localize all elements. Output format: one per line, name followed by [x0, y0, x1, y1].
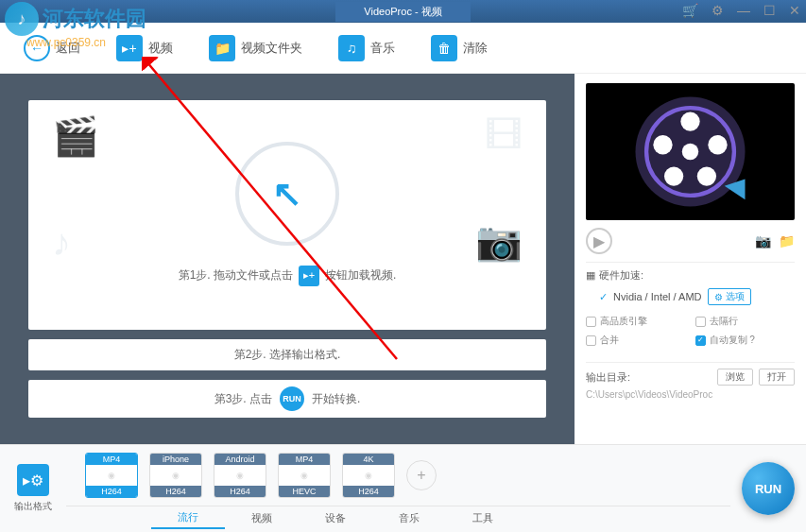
option-checks: 高品质引擎 去隔行 合并 自动复制 ? — [586, 315, 795, 347]
browse-folder-icon[interactable]: 📁 — [779, 233, 795, 249]
bg-clap-icon: 🎞 — [485, 114, 523, 157]
format-card-4k[interactable]: 4K◉H264 — [342, 453, 395, 498]
upload-arrow-icon: ↖ — [272, 173, 302, 215]
add-format-button[interactable]: + — [406, 460, 437, 490]
svg-point-3 — [708, 135, 727, 154]
svg-point-4 — [697, 166, 716, 185]
preview-controls: ▶ 📷 📁 — [586, 228, 795, 254]
tab-music[interactable]: 音乐 — [372, 506, 446, 529]
run-button-container: RUN — [730, 445, 806, 532]
output-format-button[interactable]: ▸⚙ 输出格式 — [0, 445, 66, 532]
gear-icon: ⚙ — [714, 292, 723, 302]
maximize-button[interactable]: ☐ — [763, 3, 776, 18]
site-logo-icon: ♪ — [5, 2, 39, 36]
step2-box: 第2步. 选择输出格式. — [28, 339, 546, 370]
format-list: MP4◉H264 iPhone◉H264 Android◉H264 MP4◉HE… — [66, 445, 730, 532]
output-path: C:\Users\pc\Videos\VideoProc — [586, 389, 795, 400]
window-title: VideoProc - 视频 — [335, 2, 470, 22]
output-section: 输出目录: 浏览 打开 C:\Users\pc\Videos\VideoProc — [586, 362, 795, 400]
trash-icon: 🗑 — [431, 35, 457, 61]
settings-icon[interactable]: ⚙ — [712, 3, 724, 18]
add-video-button[interactable]: ▸+ 视频 — [116, 35, 173, 61]
bg-note-icon: ♪ — [52, 221, 71, 264]
bottom-bar: ▸⚙ 输出格式 MP4◉H264 iPhone◉H264 Android◉H26… — [0, 444, 806, 532]
drop-circle: ↖ — [235, 142, 339, 246]
svg-point-2 — [680, 112, 699, 130]
site-url: www.pc0359.cn — [26, 36, 106, 49]
music-plus-icon: ♫ — [338, 35, 365, 61]
bg-cam-icon: 📷 — [475, 219, 523, 264]
format-card-mp4-hevc[interactable]: MP4◉HEVC — [278, 453, 331, 498]
drop-zone[interactable]: 🎬 🎞 ♪ 📷 ↖ 第1步. 拖动文件或点击 ▸+ 按钮加载视频. — [28, 100, 546, 330]
side-panel: ▶ 📷 📁 ▦ 硬件加速: ✓ Nvidia / Intel / AMD ⚙ 选… — [574, 74, 806, 444]
hw-option-button[interactable]: ⚙ 选项 — [708, 288, 751, 305]
preview-window — [586, 83, 795, 220]
format-gear-icon: ▸⚙ — [17, 464, 49, 496]
format-tabs: 流行 视频 设备 音乐 工具 — [66, 506, 730, 529]
add-music-button[interactable]: ♫ 音乐 — [338, 35, 395, 61]
film-reel-icon — [586, 83, 795, 220]
hw-label: Nvidia / Intel / AMD — [613, 291, 702, 302]
hw-check-icon[interactable]: ✓ — [599, 291, 608, 303]
tab-video[interactable]: 视频 — [225, 506, 299, 529]
format-card-android[interactable]: Android◉H264 — [214, 453, 266, 498]
svg-point-7 — [682, 144, 698, 160]
output-label: 输出目录: — [586, 370, 630, 385]
close-button[interactable]: ✕ — [789, 3, 800, 18]
open-button[interactable]: 打开 — [759, 369, 795, 386]
drop-zone-panel: 🎬 🎞 ♪ 📷 ↖ 第1步. 拖动文件或点击 ▸+ 按钮加载视频. 第2步. 选… — [0, 74, 574, 444]
tab-tools[interactable]: 工具 — [446, 506, 520, 529]
step1-text: 第1步. 拖动文件或点击 ▸+ 按钮加载视频. — [179, 266, 397, 286]
hw-title: ▦ 硬件加速: — [586, 268, 795, 283]
check-auto-copy[interactable]: 自动复制 ? — [695, 334, 796, 347]
snapshot-icon[interactable]: 📷 — [755, 233, 771, 249]
run-inline-badge: RUN — [280, 386, 304, 411]
clear-button[interactable]: 🗑 清除 — [431, 35, 488, 61]
check-deinterlace[interactable]: 去隔行 — [695, 315, 796, 328]
add-folder-button[interactable]: 📁 视频文件夹 — [209, 35, 302, 61]
check-merge[interactable]: 合并 — [586, 334, 686, 347]
format-card-iphone[interactable]: iPhone◉H264 — [149, 453, 202, 498]
format-card-mp4-h264[interactable]: MP4◉H264 — [85, 453, 138, 498]
window-controls: 🛒 ⚙ — ☐ ✕ — [682, 3, 800, 18]
bg-film-icon: 🎬 — [52, 114, 99, 159]
check-hq[interactable]: 高品质引擎 — [586, 315, 686, 328]
format-cards: MP4◉H264 iPhone◉H264 Android◉H264 MP4◉HE… — [66, 445, 730, 506]
chip-icon: ▦ — [586, 269, 595, 282]
watermark-overlay: ♪ 河东软件园 — [5, 2, 146, 36]
hardware-accel-section: ▦ 硬件加速: ✓ Nvidia / Intel / AMD ⚙ 选项 高品质引… — [586, 262, 795, 347]
cart-icon[interactable]: 🛒 — [682, 3, 698, 18]
run-button[interactable]: RUN — [742, 462, 795, 515]
video-plus-icon: ▸+ — [116, 35, 143, 61]
folder-plus-icon: 📁 — [209, 35, 235, 61]
svg-point-5 — [664, 166, 683, 185]
video-inline-icon: ▸+ — [299, 266, 319, 286]
minimize-button[interactable]: — — [737, 3, 750, 18]
tab-device[interactable]: 设备 — [299, 506, 372, 529]
main-content: 🎬 🎞 ♪ 📷 ↖ 第1步. 拖动文件或点击 ▸+ 按钮加载视频. 第2步. 选… — [0, 74, 806, 444]
play-button[interactable]: ▶ — [586, 228, 612, 254]
svg-point-6 — [653, 135, 672, 154]
site-name: 河东软件园 — [43, 5, 146, 33]
step3-box: 第3步. 点击 RUN 开始转换. — [28, 380, 546, 418]
tab-popular[interactable]: 流行 — [151, 506, 225, 529]
browse-button[interactable]: 浏览 — [717, 369, 753, 386]
